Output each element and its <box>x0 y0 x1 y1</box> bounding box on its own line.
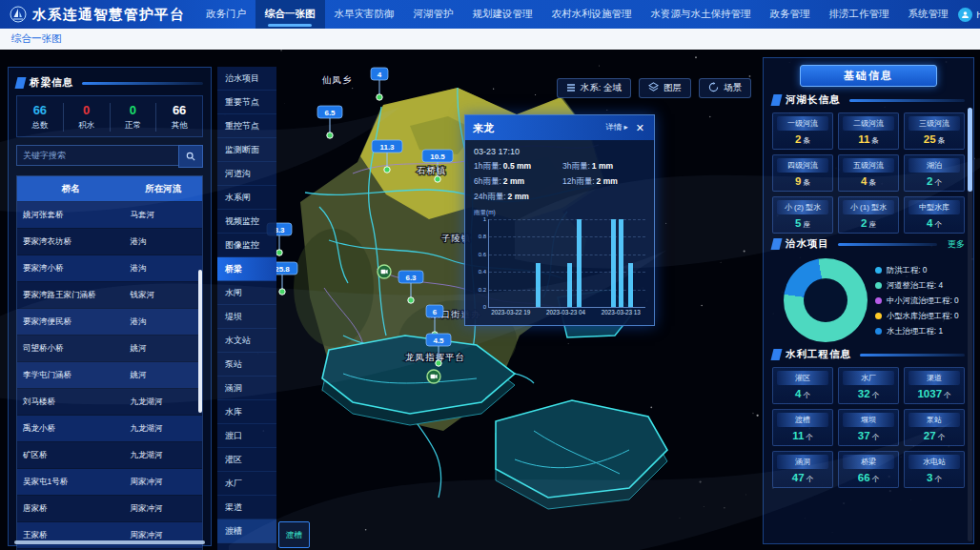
table-row[interactable]: 要家湾衣坊桥港沟 <box>17 229 202 255</box>
layer-item-水厂[interactable]: 水厂 <box>217 472 276 496</box>
layer-item-水文站[interactable]: 水文站 <box>217 329 276 353</box>
table-row[interactable]: 矿区桥九龙湖河 <box>17 442 202 469</box>
rain-bar <box>577 219 582 307</box>
stat-card[interactable]: 泵站27个 <box>904 409 965 446</box>
stat-card[interactable]: 小 (2) 型水5座 <box>772 196 833 234</box>
popup-details-link[interactable]: 详情 ▸ <box>605 122 628 133</box>
layer-item-堤坝[interactable]: 堤坝 <box>217 305 276 329</box>
stat-card[interactable]: 一级河流2条 <box>772 112 833 150</box>
nav-item[interactable]: 规划建设管理 <box>463 0 542 29</box>
layer-item-渡槽[interactable]: 渡槽渡槽 <box>217 519 276 543</box>
stat-card[interactable]: 三级河流25条 <box>904 112 965 150</box>
nav-item[interactable]: 水旱灾害防御 <box>325 0 404 29</box>
layer-item-治水项目[interactable]: 治水项目 <box>217 67 276 91</box>
water-level-marker[interactable]: 4 <box>371 68 388 100</box>
map-control-scene[interactable]: 场景 <box>699 78 751 98</box>
breadcrumb-bar: 综合一张图 <box>0 29 980 50</box>
table-row[interactable]: 刘马楼桥九龙湖河 <box>17 389 202 416</box>
nav-item[interactable]: 政务门户 <box>196 0 255 29</box>
stat-card[interactable]: 渠道1037个 <box>904 367 965 404</box>
map-control-list[interactable]: 水系: 全域 <box>557 78 631 98</box>
table-header: 桥名 <box>17 176 125 202</box>
y-tick: 0.4 <box>479 269 486 275</box>
table-scrollbar[interactable] <box>198 270 202 413</box>
table-row[interactable]: 禹龙小桥九龙湖河 <box>17 416 202 442</box>
stat-card[interactable]: 中型水库4个 <box>904 196 965 234</box>
table-cell: 要家湾路王家门涵桥 <box>17 282 125 309</box>
close-icon[interactable]: ✕ <box>634 122 646 134</box>
table-cell: 矿区桥 <box>17 442 125 469</box>
table-row[interactable]: 要家湾小桥港沟 <box>17 255 202 282</box>
right-panel-scrollbar[interactable] <box>968 108 972 541</box>
layer-item-重要节点[interactable]: 重要节点 <box>217 91 276 114</box>
basic-info-button[interactable]: 基础信息 <box>800 65 937 87</box>
stat-card[interactable]: 湖泊2个 <box>904 154 965 192</box>
projects-more-link[interactable]: 更多 <box>948 238 965 251</box>
layer-item-监测断面[interactable]: 监测断面 <box>217 138 276 162</box>
user-menu[interactable]: hkub42080261 ▼ <box>958 0 980 29</box>
stat-label: 积水 <box>64 120 110 132</box>
stat-card[interactable]: 水厂32个 <box>838 367 899 404</box>
search-button[interactable] <box>178 145 203 168</box>
layer-item-渡口[interactable]: 渡口 <box>217 424 276 448</box>
table-cell: 姚河 <box>125 336 202 362</box>
table-row[interactable]: 要家湾便民桥港沟 <box>17 309 202 336</box>
layer-item-水系闸[interactable]: 水系闸 <box>217 186 276 210</box>
layer-item-图像监控[interactable]: 图像监控 <box>217 234 276 257</box>
camera-marker-icon[interactable] <box>378 265 391 278</box>
table-row[interactable]: 姚河张套桥马套河 <box>17 202 202 229</box>
stat-card[interactable]: 二级河流11条 <box>838 112 899 150</box>
layer-item-水闸[interactable]: 水闸 <box>217 281 276 305</box>
table-hscrollbar[interactable] <box>14 540 205 544</box>
layer-item-渠道[interactable]: 渠道 <box>217 496 276 519</box>
stat-card[interactable]: 灌区4个 <box>772 367 833 404</box>
breadcrumb[interactable]: 综合一张图 <box>11 32 62 46</box>
nav-item[interactable]: 水资源与水土保持管理 <box>642 0 761 29</box>
card-title: 涵洞 <box>777 455 828 469</box>
layer-item-泵站[interactable]: 泵站 <box>217 353 276 377</box>
table-row[interactable]: 唐家桥周家冲河 <box>17 496 202 522</box>
nav-item[interactable]: 农村水利设施管理 <box>542 0 642 29</box>
water-level-marker[interactable]: 6.5 <box>317 106 342 138</box>
header-line <box>849 99 966 102</box>
table-row[interactable]: 王家桥周家冲河 <box>17 522 202 549</box>
layer-item-重控节点[interactable]: 重控节点 <box>217 114 276 138</box>
nav-item[interactable]: 排涝工作管理 <box>820 0 899 29</box>
bridge-stat: 0积水 <box>64 103 111 132</box>
stat-card[interactable]: 堰坝37个 <box>838 409 899 446</box>
camera-marker-icon[interactable] <box>427 370 440 383</box>
table-row[interactable]: 司望桥小桥姚河 <box>17 336 202 362</box>
card-value: 11个 <box>773 430 832 442</box>
stat-card[interactable]: 五级河流4条 <box>838 154 899 192</box>
nav-item[interactable]: 政务管理 <box>761 0 820 29</box>
layer-item-视频监控[interactable]: 视频监控 <box>217 210 276 234</box>
layer-item-塘坝[interactable]: 塘坝 <box>217 543 276 550</box>
table-row[interactable]: 李学屯门涵桥姚河 <box>17 362 202 389</box>
nav-item[interactable]: 系统管理 <box>899 0 958 29</box>
layer-item-灌区[interactable]: 灌区 <box>217 448 276 472</box>
layer-item-涵洞[interactable]: 涵洞 <box>217 377 276 400</box>
card-number: 11 <box>792 430 804 441</box>
card-number: 11 <box>858 133 869 145</box>
table-cell: 港沟 <box>125 229 202 255</box>
stat-card[interactable]: 小 (1) 型水2座 <box>838 196 899 234</box>
legend-item: 河道整治工程: 4 <box>875 280 959 291</box>
legend-label: 防洪工程: 0 <box>887 265 927 275</box>
layer-item-水库[interactable]: 水库 <box>217 400 276 424</box>
stat-card[interactable]: 渡槽11个 <box>772 409 833 446</box>
search-input[interactable] <box>16 145 178 166</box>
stat-card[interactable]: 桥梁66个 <box>838 451 899 488</box>
table-row[interactable]: 要家湾路王家门涵桥钱家河 <box>17 282 202 309</box>
stat-card[interactable]: 涵洞47个 <box>772 451 833 488</box>
table-row[interactable]: 吴家屯1号桥周家冲河 <box>17 469 202 496</box>
nav-item[interactable]: 河湖管护 <box>404 0 463 29</box>
bridge-table[interactable]: 桥名所在河流 姚河张套桥马套河要家湾衣坊桥港沟要家湾小桥港沟要家湾路王家门涵桥钱… <box>16 175 203 550</box>
stat-card[interactable]: 水电站3个 <box>904 451 965 488</box>
nav-item[interactable]: 综合一张图 <box>255 0 325 29</box>
stat-card[interactable]: 四级河流9条 <box>772 154 833 192</box>
layer-item-河道沟[interactable]: 河道沟 <box>217 162 276 186</box>
layer-item-桥梁[interactable]: 桥梁 <box>217 257 276 281</box>
map-control-layers[interactable]: 图层 <box>639 78 691 98</box>
card-unit: 条 <box>803 178 810 187</box>
card-value: 2个 <box>905 175 964 188</box>
